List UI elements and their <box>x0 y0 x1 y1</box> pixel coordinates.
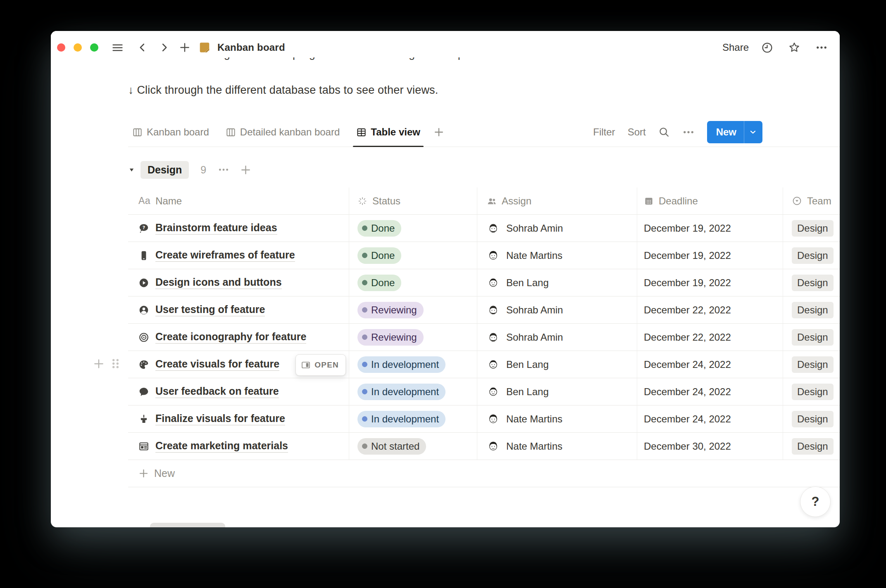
open-page-button[interactable]: OPEN <box>295 354 346 376</box>
status-dot <box>362 253 367 258</box>
mobile-phone-icon <box>138 250 149 261</box>
new-row-button[interactable]: New <box>128 460 840 487</box>
status-dot <box>362 416 367 422</box>
status-badge[interactable]: In development <box>357 384 445 400</box>
status-dot <box>362 334 367 340</box>
minimize-window-button[interactable] <box>74 43 82 52</box>
assignee-cell[interactable]: Sohrab Amin <box>477 324 637 351</box>
group-header: Design 9 <box>128 156 251 183</box>
team-cell[interactable]: Design <box>783 242 840 269</box>
avatar <box>487 385 500 398</box>
assignee-cell[interactable]: Ben Lang <box>477 269 637 296</box>
team-cell[interactable]: Design <box>783 378 840 405</box>
help-button[interactable]: ? <box>800 486 831 517</box>
table-row: Create marketing materials Not started N… <box>128 433 840 460</box>
group-name-badge[interactable]: Design <box>141 161 189 179</box>
table-row: User feedback on feature In development … <box>128 378 840 405</box>
people-icon <box>487 196 497 206</box>
status-badge[interactable]: Reviewing <box>357 329 424 346</box>
sort-button[interactable]: Sort <box>628 126 646 138</box>
status-badge[interactable]: Done <box>357 247 401 264</box>
page-title[interactable]: Kanban board <box>217 42 285 53</box>
deadline-cell[interactable]: December 24, 2022 <box>637 405 783 432</box>
back-icon[interactable] <box>137 42 148 53</box>
group-options-icon[interactable] <box>218 164 229 175</box>
task-title[interactable]: Create marketing materials <box>155 440 288 453</box>
task-title[interactable]: User testing of feature <box>155 303 265 316</box>
table-view: Aa Name Status Assign Deadline Team <box>128 187 840 487</box>
team-cell[interactable]: Design <box>783 215 840 242</box>
deadline-cell[interactable]: December 19, 2022 <box>637 269 783 296</box>
column-header-status[interactable]: Status <box>349 187 477 214</box>
tab-kanban-board[interactable]: Kanban board <box>128 118 213 147</box>
new-page-icon[interactable] <box>179 42 191 53</box>
chevron-down-icon[interactable] <box>744 121 762 143</box>
column-header-team[interactable]: Team <box>783 187 840 214</box>
team-badge: Design <box>792 411 834 427</box>
collapse-group-icon[interactable] <box>128 166 135 173</box>
status-badge[interactable]: In development <box>357 356 445 373</box>
assignee-cell[interactable]: Nate Martins <box>477 433 637 460</box>
team-badge: Design <box>792 329 834 346</box>
drag-handle-icon[interactable] <box>110 356 121 371</box>
column-header-deadline[interactable]: Deadline <box>637 187 783 214</box>
deadline-cell[interactable]: December 19, 2022 <box>637 242 783 269</box>
deadline-cell[interactable]: December 24, 2022 <box>637 351 783 378</box>
add-row-icon[interactable] <box>93 358 105 370</box>
team-cell[interactable]: Design <box>783 433 840 460</box>
task-title[interactable]: Design icons and buttons <box>155 276 282 289</box>
more-options-icon[interactable] <box>815 41 828 54</box>
deadline-cell[interactable]: December 22, 2022 <box>637 324 783 351</box>
task-title[interactable]: Create iconography for feature <box>155 331 306 344</box>
text-type-icon: Aa <box>138 195 150 206</box>
updates-clock-icon[interactable] <box>761 42 773 54</box>
assignee-cell[interactable]: Ben Lang <box>477 378 637 405</box>
team-cell[interactable]: Design <box>783 351 840 378</box>
status-badge[interactable]: Done <box>357 220 401 237</box>
task-title[interactable]: Brainstorm feature ideas <box>155 222 277 235</box>
team-cell[interactable]: Design <box>783 324 840 351</box>
team-cell[interactable]: Design <box>783 269 840 296</box>
status-badge[interactable]: In development <box>357 411 445 427</box>
status-badge[interactable]: Done <box>357 275 401 291</box>
tab-label: Kanban board <box>147 126 209 138</box>
favorite-star-icon[interactable] <box>788 41 800 54</box>
deadline-cell[interactable]: December 22, 2022 <box>637 296 783 323</box>
assignee-cell[interactable]: Sohrab Amin <box>477 296 637 323</box>
task-title[interactable]: Create wireframes of feature <box>155 249 295 262</box>
view-options-icon[interactable] <box>682 126 695 138</box>
assignee-cell[interactable]: Nate Martins <box>477 405 637 432</box>
column-header-name[interactable]: Aa Name <box>128 187 349 214</box>
task-title[interactable]: User feedback on feature <box>155 385 279 398</box>
group-add-icon[interactable] <box>240 164 251 175</box>
close-window-button[interactable] <box>57 43 65 52</box>
add-view-icon[interactable] <box>433 127 444 138</box>
sidebar-menu-icon[interactable] <box>112 42 124 54</box>
team-cell[interactable]: Design <box>783 296 840 323</box>
tab-table-view[interactable]: Table view <box>352 118 424 147</box>
zoom-window-button[interactable] <box>90 43 98 52</box>
assignee-cell[interactable]: Sohrab Amin <box>477 215 637 242</box>
table-row: Create wireframes of feature Done Nate M… <box>128 242 840 269</box>
table-view-icon <box>356 127 367 138</box>
assignee-cell[interactable]: Nate Martins <box>477 242 637 269</box>
team-cell[interactable]: Design <box>783 405 840 432</box>
tab-detailed-kanban-board[interactable]: Detailed kanban board <box>222 118 344 147</box>
search-icon[interactable] <box>658 126 670 138</box>
status-badge[interactable]: Not started <box>357 438 426 455</box>
deadline-cell[interactable]: December 24, 2022 <box>637 378 783 405</box>
deadline-cell[interactable]: December 30, 2022 <box>637 433 783 460</box>
new-button[interactable]: New <box>707 121 762 143</box>
share-button[interactable]: Share <box>722 42 749 53</box>
column-header-assign[interactable]: Assign <box>477 187 637 214</box>
forward-icon[interactable] <box>159 42 169 53</box>
assignee-cell[interactable]: Ben Lang <box>477 351 637 378</box>
task-title[interactable]: Finalize visuals for feature <box>155 413 285 425</box>
deadline-cell[interactable]: December 19, 2022 <box>637 215 783 242</box>
table-row: Create iconography for feature Reviewing… <box>128 324 840 351</box>
filter-button[interactable]: Filter <box>593 126 615 138</box>
task-title[interactable]: Create visuals for feature <box>155 358 279 371</box>
team-badge: Design <box>792 275 834 291</box>
status-badge[interactable]: Reviewing <box>357 302 424 318</box>
palette-icon <box>138 359 149 370</box>
